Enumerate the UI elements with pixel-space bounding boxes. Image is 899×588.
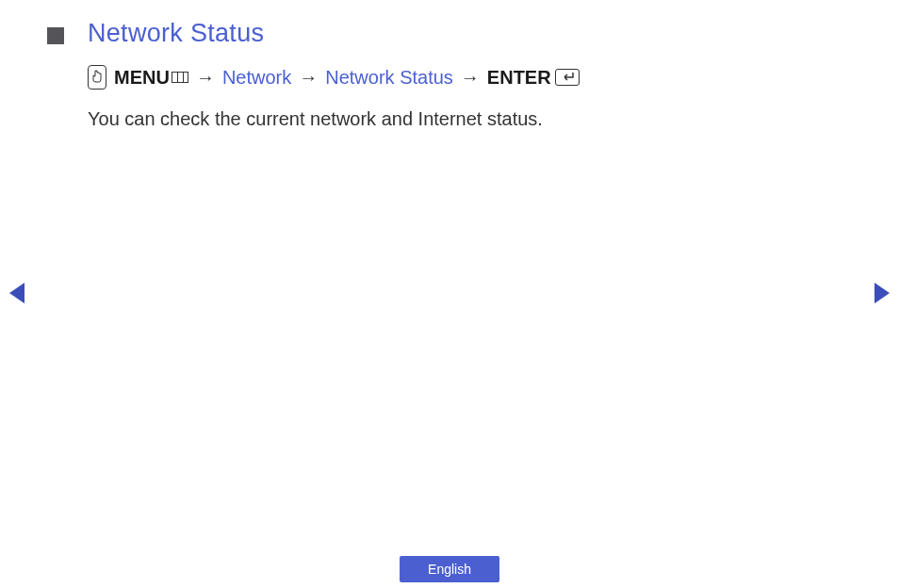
page-content: Network Status MENU → Network → Network … [0, 0, 899, 130]
breadcrumb: MENU → Network → Network Status → ENTER [88, 65, 852, 90]
enter-label: ENTER [487, 67, 580, 89]
breadcrumb-network: Network [222, 67, 291, 89]
prev-page-button[interactable] [9, 283, 25, 303]
next-page-button[interactable] [874, 283, 890, 303]
language-badge: English [400, 556, 499, 582]
menu-icon [172, 72, 188, 83]
menu-label: MENU [114, 67, 188, 89]
enter-icon [555, 69, 580, 86]
hand-icon [91, 69, 103, 87]
arrow-icon: → [196, 67, 215, 89]
arrow-icon: → [461, 67, 480, 89]
remote-icon [88, 65, 106, 90]
chevron-right-icon [874, 283, 890, 303]
description-text: You can check the current network and In… [88, 108, 852, 130]
title-row: Network Status [47, 19, 852, 48]
menu-text: MENU [114, 67, 170, 89]
breadcrumb-network-status: Network Status [325, 67, 453, 89]
page-title: Network Status [88, 19, 264, 48]
arrow-icon: → [299, 67, 318, 89]
bullet-icon [47, 27, 64, 44]
chevron-left-icon [9, 283, 25, 303]
enter-text: ENTER [487, 67, 551, 89]
